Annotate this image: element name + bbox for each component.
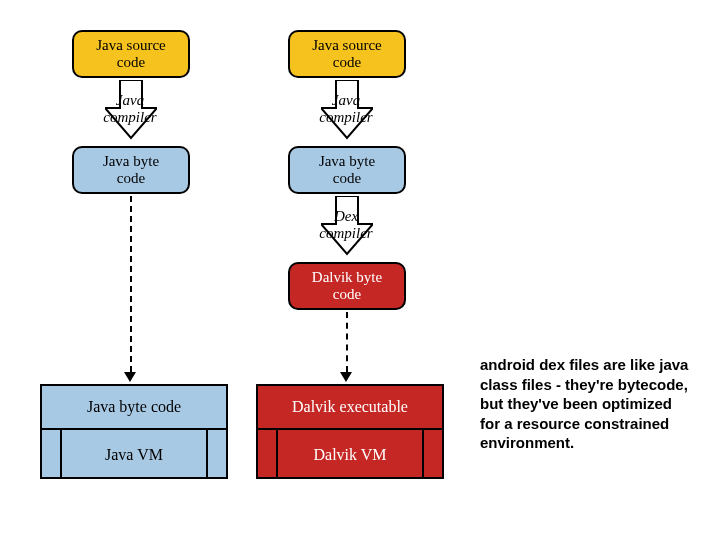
text: Java source [96,37,166,54]
dashed-arrow-left [130,196,132,372]
annotation-text: android dex files are like java class fi… [480,355,690,453]
text: Java byte [319,153,375,170]
dashed-arrow-head-right [340,372,352,382]
text: compiler [319,109,372,125]
text: compiler [103,109,156,125]
dashed-arrow-right [346,312,348,372]
diagram-canvas: Java source code Java compiler Java byte… [0,0,720,540]
box-java-source-left: Java source code [72,30,190,78]
label-java-compiler-left: Java compiler [80,92,180,125]
text: code [333,170,361,187]
box-java-bytecode-right: Java byte code [288,146,406,194]
label-java-vm: Java VM [105,446,163,464]
text: Java [332,92,360,108]
text: code [117,170,145,187]
text: code [333,54,361,71]
box-java-bytecode-left: Java byte code [72,146,190,194]
text: Java byte [103,153,159,170]
text: Dalvik byte [312,269,382,286]
box-dalvik-bytecode: Dalvik byte code [288,262,406,310]
text: Dex [334,208,358,224]
text: Java [116,92,144,108]
text: compiler [319,225,372,241]
label-dex-compiler: Dex compiler [296,208,396,241]
label-java-byte-code: Java byte code [87,398,181,416]
label-java-compiler-right: Java compiler [296,92,396,125]
label-dalvik-executable: Dalvik executable [292,398,408,416]
dashed-arrow-head-left [124,372,136,382]
box-java-source-right: Java source code [288,30,406,78]
label-dalvik-vm: Dalvik VM [313,446,386,464]
text: code [333,286,361,303]
text: code [117,54,145,71]
table-java-vm: Java byte code Java VM [40,384,228,479]
table-dalvik-vm: Dalvik executable Dalvik VM [256,384,444,479]
text: Java source [312,37,382,54]
